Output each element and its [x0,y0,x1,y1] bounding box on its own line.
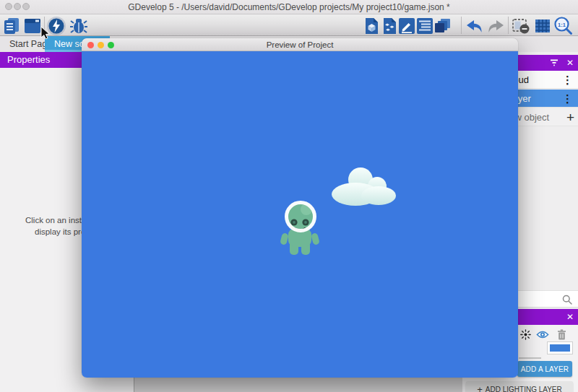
undo-arrow-glyph [465,17,484,35]
layer-slider[interactable] [519,357,541,359]
grid-icon[interactable] [532,16,553,35]
preview-window-titlebar[interactable]: Preview of Project [82,38,518,51]
layers-stack-glyph [434,17,452,35]
preview-window[interactable]: Preview of Project [82,38,518,378]
search-icon [562,295,572,305]
svg-text:1:1: 1:1 [558,22,566,28]
document-cube-glyph [364,17,379,35]
events-list-glyph [416,17,434,35]
layer-delete-trash-icon[interactable] [553,326,569,342]
document-instances-glyph [382,17,397,35]
layers-stack-icon[interactable] [433,16,453,35]
objects-panel-close-icon[interactable]: ✕ [566,58,574,67]
start-page-icon[interactable] [22,16,43,35]
game-preview-canvas[interactable] [82,51,518,378]
cloud-sprite [327,165,399,206]
document-cube-icon[interactable] [361,16,381,35]
layers-panel-close-icon[interactable]: ✕ [566,313,574,321]
mask-toggle-glyph [512,17,530,35]
grid-glyph [534,17,551,35]
project-manager-icon[interactable] [1,16,22,35]
app-titlebar: GDevelop 5 - /Users/david/Documents/GDev… [0,0,578,14]
undo-icon[interactable] [465,16,485,35]
lighting-glyph [520,329,531,340]
redo-arrow-glyph [486,17,505,35]
app-title: GDevelop 5 - /Users/david/Documents/GDev… [0,0,578,14]
mouse-cursor [40,26,50,40]
add-layer-button[interactable]: ADD A LAYER [517,361,572,377]
toolbar-separator [508,17,509,34]
filter-icon[interactable] [549,58,559,67]
touch-indicator-ring [285,201,316,232]
events-list-icon[interactable] [415,16,435,35]
eye-glyph [536,330,549,339]
trash-glyph [557,329,566,340]
gdevelop-app: GDevelop 5 - /Users/david/Documents/GDev… [0,0,578,392]
edit-pencil-glyph [398,17,415,35]
add-lighting-layer-label: ADD LIGHTING LAYER [486,386,562,392]
object-menu-icon[interactable]: ⋮ [562,74,573,85]
layer-color-swatch[interactable] [547,341,573,354]
plus-icon: + [477,384,483,392]
layer-visibility-eye-icon[interactable] [535,326,551,342]
project-manager-glyph [2,17,21,35]
preview-window-title: Preview of Project [82,38,518,51]
window-glyph [24,17,41,35]
add-object-plus-icon[interactable]: + [566,110,574,124]
object-menu-icon[interactable]: ⋮ [562,93,573,104]
zoom-1-1-icon[interactable]: 1:1 [552,16,574,35]
add-lighting-layer-button[interactable]: +ADD LIGHTING LAYER [466,381,573,392]
debug-button[interactable] [69,16,89,35]
debug-bug-icon [69,17,88,35]
redo-icon[interactable] [486,16,506,35]
layer-lighting-icon[interactable] [517,326,533,342]
main-toolbar: 1:1 [0,14,578,36]
edit-pencil-icon[interactable] [397,16,417,35]
toolbar-separator [461,17,462,34]
mask-toggle-icon[interactable] [511,16,531,35]
zoom-1-1-glyph: 1:1 [553,16,573,35]
